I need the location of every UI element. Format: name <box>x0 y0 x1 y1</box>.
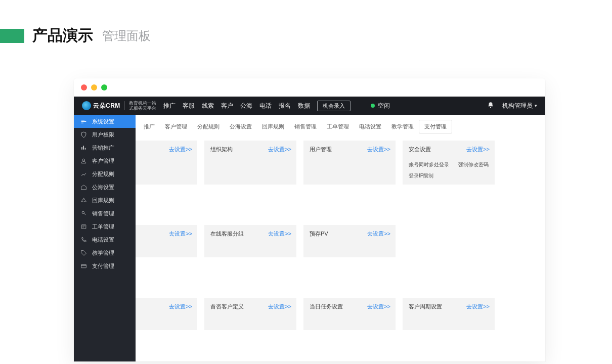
settings-card-first-consult: 首咨客户定义 去设置>> <box>204 298 296 330</box>
shield-icon <box>80 131 87 138</box>
sidebar-item-label: 回库规则 <box>92 197 114 204</box>
card-go-link[interactable]: 去设置>> <box>268 146 291 153</box>
tab-item[interactable]: 回库规则 <box>257 120 289 133</box>
sidebar-item-system-settings[interactable]: 系统设置 <box>74 115 136 128</box>
slide-subtitle: 管理面板 <box>102 28 151 44</box>
sidebar-item-payment[interactable]: 支付管理 <box>74 259 136 272</box>
tab-item[interactable]: 教学管理 <box>386 120 419 133</box>
sidebar-item-label: 客户管理 <box>92 157 114 165</box>
topnav-item[interactable]: 客服 <box>183 102 195 110</box>
svg-rect-1 <box>81 224 86 229</box>
sales-icon <box>80 210 87 217</box>
body-split: 系统设置 用户权限 营销推广 客户管理 分配规则 公海设置 <box>74 115 545 361</box>
chevron-down-icon: ▾ <box>535 103 537 108</box>
close-icon[interactable] <box>81 84 87 90</box>
card-go-link[interactable]: 去设置>> <box>268 230 291 238</box>
card-title: 用户管理 <box>310 146 332 152</box>
tab-item[interactable]: 公海设置 <box>225 120 257 133</box>
card-go-link[interactable]: 去设置>> <box>169 230 192 238</box>
sidebar-item-tickets[interactable]: 工单管理 <box>74 220 136 233</box>
tab-item[interactable]: 电话设置 <box>354 120 386 133</box>
logo-tagline-1: 教育机构一站 <box>129 101 156 106</box>
sidebar-item-label: 电话设置 <box>92 236 114 244</box>
maximize-icon[interactable] <box>101 84 107 90</box>
topbar: 云朵CRM 教育机构一站 式服务云平台 推广 客服 线索 客户 公海 电话 报名… <box>74 97 545 115</box>
card-title: 当日任务设置 <box>310 303 343 309</box>
phone-icon <box>80 237 87 243</box>
sidebar-item-allocation-rules[interactable]: 分配规则 <box>74 167 136 180</box>
settings-card-customer-cycle: 客户周期设置 去设置>> <box>403 298 495 330</box>
slide-title: 产品演示 <box>32 25 93 46</box>
svg-rect-2 <box>81 264 86 268</box>
sidebar-item-label: 支付管理 <box>92 262 114 270</box>
sidebar-item-public-pool[interactable]: 公海设置 <box>74 180 136 194</box>
sidebar: 系统设置 用户权限 营销推广 客户管理 分配规则 公海设置 <box>74 115 136 361</box>
topnav: 推广 客服 线索 客户 公海 电话 报名 数据 <box>163 102 310 110</box>
card-go-link[interactable]: 去设置>> <box>466 303 490 310</box>
window-controls <box>74 78 545 97</box>
topnav-item[interactable]: 电话 <box>259 102 272 110</box>
sidebar-item-label: 教学管理 <box>92 249 114 257</box>
card-go-link[interactable]: 去设置>> <box>367 146 390 153</box>
card-title: 组织架构 <box>210 146 233 152</box>
card-go-link[interactable]: 去设置>> <box>169 303 192 310</box>
ticket-icon <box>80 223 87 230</box>
minimize-icon[interactable] <box>91 84 97 90</box>
tab-item[interactable]: 工单管理 <box>322 120 354 133</box>
sidebar-item-label: 公海设置 <box>92 184 114 191</box>
sidebar-item-user-permissions[interactable]: 用户权限 <box>74 128 136 141</box>
subnav-tabs: 推广 客户管理 分配规则 公海设置 回库规则 销售管理 工单管理 电话设置 教学… <box>136 115 545 136</box>
settings-card: 去设置>> <box>136 141 197 185</box>
recycle-icon <box>80 197 87 204</box>
accent-bar <box>0 29 24 43</box>
topnav-item[interactable]: 线索 <box>202 102 214 110</box>
card-go-link[interactable]: 去设置>> <box>466 146 490 153</box>
card-sub-item[interactable]: 强制修改密码 <box>458 161 489 168</box>
card-title: 客户周期设置 <box>409 303 442 309</box>
tab-item[interactable]: 推广 <box>139 120 160 133</box>
logo-text: 云朵CRM <box>93 102 120 110</box>
tab-item[interactable]: 分配规则 <box>192 120 225 133</box>
card-title: 预存PV <box>310 231 328 237</box>
sidebar-item-label: 分配规则 <box>92 170 114 178</box>
card-icon <box>80 263 87 269</box>
topnav-item[interactable]: 推广 <box>163 102 176 110</box>
warehouse-icon <box>80 184 87 191</box>
cards-grid: 去设置>> 组织架构 去设置>> 用户管理 去设置>> 安全设置 去设置>> <box>136 136 545 330</box>
user-icon <box>80 158 87 164</box>
topnav-item[interactable]: 公海 <box>240 102 252 110</box>
sidebar-item-teaching[interactable]: 教学管理 <box>74 246 136 259</box>
settings-card-prestore-pv: 预存PV 去设置>> <box>303 225 396 257</box>
status-dot-icon <box>371 104 375 108</box>
topnav-item[interactable]: 客户 <box>221 102 233 110</box>
tab-item[interactable]: 客户管理 <box>160 120 192 133</box>
card-sub-item[interactable]: 登录IP限制 <box>409 172 433 179</box>
tab-item[interactable]: 销售管理 <box>289 120 322 133</box>
tab-item[interactable]: 支付管理 <box>419 120 452 133</box>
logo: 云朵CRM 教育机构一站 式服务云平台 <box>82 101 156 111</box>
topnav-item[interactable]: 报名 <box>279 102 291 110</box>
cards-row: 去设置>> 组织架构 去设置>> 用户管理 去设置>> 安全设置 去设置>> <box>136 141 545 185</box>
sidebar-item-phone[interactable]: 电话设置 <box>74 233 136 246</box>
role-label-text: 机构管理员 <box>502 102 533 110</box>
card-go-link[interactable]: 去设置>> <box>367 303 390 310</box>
sidebar-item-marketing[interactable]: 营销推广 <box>74 141 136 154</box>
logo-tagline-2: 式服务云平台 <box>129 106 156 111</box>
card-go-link[interactable]: 去设置>> <box>169 146 192 153</box>
card-sub-item[interactable]: 账号同时多处登录 <box>409 161 449 168</box>
card-go-link[interactable]: 去设置>> <box>268 303 291 310</box>
card-go-link[interactable]: 去设置>> <box>367 230 390 238</box>
settings-card-org: 组织架构 去设置>> <box>204 141 296 185</box>
status-idle[interactable]: 空闲 <box>371 102 390 110</box>
sidebar-item-label: 销售管理 <box>92 210 114 217</box>
sidebar-item-customer-management[interactable]: 客户管理 <box>74 154 136 167</box>
topnav-item[interactable]: 数据 <box>298 102 310 110</box>
settings-card-security: 安全设置 去设置>> 账号同时多处登录 强制修改密码 登录IP限制 <box>403 141 495 185</box>
role-dropdown[interactable]: 机构管理员 ▾ <box>502 102 537 110</box>
sidebar-item-return-rules[interactable]: 回库规则 <box>74 194 136 207</box>
notifications-icon[interactable] <box>487 102 494 110</box>
sidebar-item-sales[interactable]: 销售管理 <box>74 207 136 220</box>
content-area: 推广 客户管理 分配规则 公海设置 回库规则 销售管理 工单管理 电话设置 教学… <box>136 115 545 361</box>
record-entry-button[interactable]: 机会录入 <box>317 101 351 111</box>
status-label: 空闲 <box>378 102 390 110</box>
